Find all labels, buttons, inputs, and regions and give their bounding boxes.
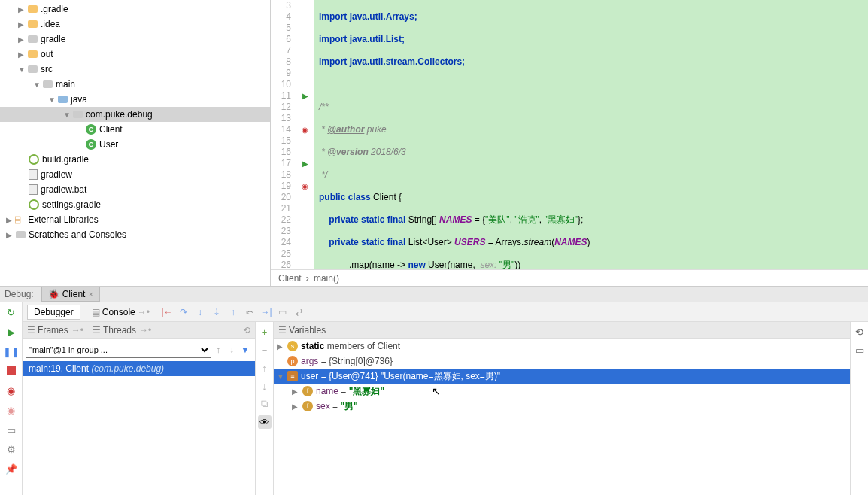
debug-left-toolbar: ↻ ▶ ❚❚ ◉ ◉ ▭ ⚙ 📌: [0, 302, 23, 495]
breakpoint-icon[interactable]: ◉: [296, 124, 314, 135]
memory-icon[interactable]: ▭: [853, 343, 866, 357]
tree-item-java[interactable]: ▼java: [0, 92, 270, 107]
drop-frame-button[interactable]: ⤺: [244, 306, 256, 318]
console-icon: ▤: [92, 307, 100, 317]
show-watches-button[interactable]: 👁: [258, 415, 272, 429]
debugger-toolbar: Debugger ▤Console→• |← ↷ ↓ ⇣ ↑ ⤺ →| ▭ ⇄: [23, 302, 868, 322]
view-breakpoints-button[interactable]: ◉: [5, 384, 18, 397]
resume-button[interactable]: ▶: [5, 325, 18, 339]
filter-button[interactable]: ▼: [238, 345, 252, 355]
thread-selector[interactable]: "main"@1 in group ...: [26, 342, 211, 358]
var-static[interactable]: ▶sstatic members of Client: [274, 339, 850, 354]
breadcrumb[interactable]: Client › main(): [271, 269, 868, 286]
run-gutter-icon[interactable]: ▶: [296, 158, 314, 169]
debug-label: Debug:: [5, 289, 34, 299]
tab-debugger[interactable]: Debugger: [27, 305, 80, 320]
tree-item-package[interactable]: ▼com.puke.debug: [0, 107, 270, 122]
tree-item-idea[interactable]: ▶.idea: [0, 17, 270, 32]
tree-item-gradle[interactable]: ▶gradle: [0, 32, 270, 47]
var-name[interactable]: ▶fname = "黑寡妇": [274, 384, 850, 399]
tree-item-external-libraries[interactable]: ▶⌸ External Libraries: [0, 212, 270, 227]
new-watch-button[interactable]: +: [258, 325, 272, 339]
debug-session-tab[interactable]: 🐞 Client ×: [41, 287, 100, 302]
line-gutter[interactable]: 3456789101112131415161718192021222324252…: [271, 0, 296, 269]
next-frame-button[interactable]: ↓: [225, 345, 238, 355]
var-user[interactable]: ▼≡user = {User@741} "User(name=黑寡妇, sex=…: [274, 369, 850, 384]
variables-header: ☰ Variables: [274, 322, 850, 339]
show-execution-point-button[interactable]: |←: [161, 306, 173, 318]
var-args[interactable]: pargs = {String[0]@736}: [274, 354, 850, 369]
tree-item-out[interactable]: ▶out: [0, 47, 270, 62]
camera-icon[interactable]: ▭: [5, 423, 18, 436]
library-icon: ⌸: [15, 214, 26, 225]
down-button[interactable]: ↓: [258, 379, 272, 393]
var-sex[interactable]: ▶fsex = "男": [274, 399, 850, 414]
trace-button[interactable]: ⇄: [293, 306, 305, 318]
restore-icon[interactable]: ⟲: [853, 325, 866, 339]
force-step-into-button[interactable]: ⇣: [211, 306, 223, 318]
copy-button[interactable]: ⧉: [258, 397, 272, 411]
threads-icon: ☰: [93, 325, 101, 336]
tree-item-gradlew[interactable]: gradlew: [0, 167, 270, 182]
step-over-button[interactable]: ↷: [178, 306, 190, 318]
variables-tree[interactable]: ▶sstatic members of Client pargs = {Stri…: [274, 339, 850, 495]
stop-button[interactable]: [5, 364, 18, 378]
run-gutter-icon[interactable]: ▶: [296, 90, 314, 102]
tree-item-src[interactable]: ▼src: [0, 62, 270, 77]
remove-watch-button[interactable]: −: [258, 343, 272, 357]
variables-icon: ☰: [278, 325, 287, 336]
run-to-cursor-button[interactable]: →|: [260, 306, 272, 318]
step-into-button[interactable]: ↓: [194, 306, 206, 318]
pin-icon[interactable]: 📌: [5, 462, 18, 475]
close-icon[interactable]: ×: [88, 290, 93, 299]
stack-frame[interactable]: main:19, Client (com.puke.debug): [23, 361, 255, 376]
debug-tool-window-header: Debug: 🐞 Client ×: [0, 286, 868, 302]
tree-item-client[interactable]: CClient: [0, 122, 270, 137]
mouse-cursor: ↖: [432, 385, 441, 397]
tree-item-main[interactable]: ▼main: [0, 77, 270, 92]
tree-item-gradle-dot[interactable]: ▶.gradle: [0, 2, 270, 17]
gutter-marks[interactable]: ▶ ◉ ▶ ◉: [296, 0, 314, 269]
frames-header: ☰ Frames→• ☰ Threads→• ⟲: [23, 322, 255, 339]
project-tree[interactable]: ▶.gradle ▶.idea ▶gradle ▶out ▼src ▼main …: [0, 0, 271, 286]
bug-icon: 🐞: [48, 289, 59, 299]
tree-item-gradlewbat[interactable]: gradlew.bat: [0, 182, 270, 197]
watches-side: ⟲ ▭: [850, 322, 868, 495]
tree-item-settingsgradle[interactable]: settings.gradle: [0, 197, 270, 212]
rerun-button[interactable]: ↻: [5, 305, 18, 319]
editor: 3456789101112131415161718192021222324252…: [271, 0, 868, 286]
tree-item-user[interactable]: CUser: [0, 137, 270, 152]
tab-console[interactable]: ▤Console→•: [85, 305, 156, 320]
frames-icon: ☰: [27, 325, 35, 336]
tree-item-buildgradle[interactable]: build.gradle: [0, 152, 270, 167]
code-area[interactable]: import java.util.Arrays; import java.uti…: [314, 0, 868, 269]
restore-layout-icon[interactable]: ⟲: [243, 325, 250, 336]
mute-breakpoints-button[interactable]: ◉: [5, 403, 18, 417]
pause-button[interactable]: ❚❚: [5, 345, 18, 358]
up-button[interactable]: ↑: [258, 361, 272, 375]
tree-item-scratches[interactable]: ▶Scratches and Consoles: [0, 227, 270, 242]
settings-icon[interactable]: ⚙: [5, 442, 18, 456]
step-out-button[interactable]: ↑: [227, 306, 239, 318]
variables-toolbar: + − ↑ ↓ ⧉ 👁: [256, 322, 274, 495]
prev-frame-button[interactable]: ↑: [211, 345, 225, 355]
execution-point-icon[interactable]: ◉: [296, 181, 314, 192]
evaluate-expression-button[interactable]: ▭: [277, 306, 289, 318]
